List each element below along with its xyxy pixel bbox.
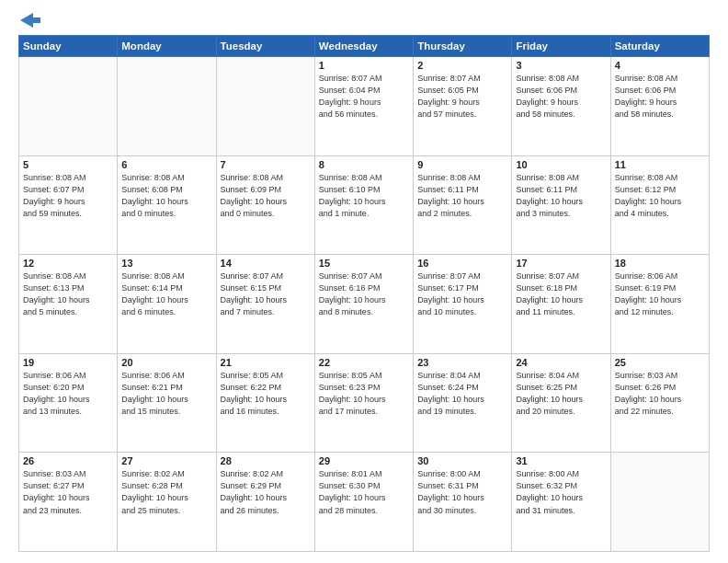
calendar-day-14: 14Sunrise: 8:07 AM Sunset: 6:15 PM Dayli… [216, 255, 314, 354]
calendar-week-row: 12Sunrise: 8:08 AM Sunset: 6:13 PM Dayli… [19, 255, 710, 354]
day-info: Sunrise: 8:02 AM Sunset: 6:29 PM Dayligh… [221, 468, 311, 516]
day-number: 14 [221, 258, 311, 269]
day-number: 28 [221, 455, 311, 466]
page: SundayMondayTuesdayWednesdayThursdayFrid… [0, 0, 728, 563]
day-number: 16 [417, 258, 507, 269]
calendar-day-29: 29Sunrise: 8:01 AM Sunset: 6:30 PM Dayli… [314, 453, 413, 552]
day-number: 5 [23, 159, 113, 170]
day-number: 19 [23, 357, 113, 368]
day-info: Sunrise: 8:08 AM Sunset: 6:09 PM Dayligh… [221, 172, 311, 220]
day-info: Sunrise: 8:07 AM Sunset: 6:05 PM Dayligh… [417, 73, 507, 121]
calendar-day-23: 23Sunrise: 8:04 AM Sunset: 6:24 PM Dayli… [414, 353, 512, 453]
day-info: Sunrise: 8:00 AM Sunset: 6:32 PM Dayligh… [516, 468, 606, 516]
day-header-sunday: Sunday [19, 36, 118, 57]
calendar-day-4: 4Sunrise: 8:08 AM Sunset: 6:06 PM Daylig… [610, 57, 709, 156]
day-info: Sunrise: 8:04 AM Sunset: 6:25 PM Dayligh… [516, 370, 606, 418]
day-number: 13 [121, 258, 211, 269]
day-info: Sunrise: 8:02 AM Sunset: 6:28 PM Dayligh… [121, 468, 211, 516]
day-info: Sunrise: 8:07 AM Sunset: 6:17 PM Dayligh… [417, 270, 507, 318]
day-header-saturday: Saturday [610, 36, 709, 57]
calendar-table: SundayMondayTuesdayWednesdayThursdayFrid… [18, 35, 710, 552]
day-info: Sunrise: 8:03 AM Sunset: 6:27 PM Dayligh… [23, 468, 113, 516]
day-header-tuesday: Tuesday [216, 36, 314, 57]
day-info: Sunrise: 8:08 AM Sunset: 6:08 PM Dayligh… [121, 172, 211, 220]
calendar-day-22: 22Sunrise: 8:05 AM Sunset: 6:23 PM Dayli… [314, 353, 413, 453]
day-info: Sunrise: 8:08 AM Sunset: 6:12 PM Dayligh… [615, 172, 705, 220]
day-info: Sunrise: 8:08 AM Sunset: 6:07 PM Dayligh… [23, 172, 113, 220]
day-info: Sunrise: 8:07 AM Sunset: 6:16 PM Dayligh… [319, 270, 409, 318]
day-info: Sunrise: 8:08 AM Sunset: 6:11 PM Dayligh… [516, 172, 606, 220]
calendar-day-24: 24Sunrise: 8:04 AM Sunset: 6:25 PM Dayli… [512, 353, 610, 453]
day-number: 25 [615, 357, 705, 368]
day-info: Sunrise: 8:08 AM Sunset: 6:06 PM Dayligh… [516, 73, 606, 121]
day-number: 30 [417, 455, 507, 466]
calendar-day-21: 21Sunrise: 8:05 AM Sunset: 6:22 PM Dayli… [216, 353, 314, 453]
day-number: 15 [319, 258, 409, 269]
day-number: 26 [23, 455, 113, 466]
day-number: 17 [516, 258, 606, 269]
logo-arrow-icon [20, 13, 40, 28]
calendar-week-row: 26Sunrise: 8:03 AM Sunset: 6:27 PM Dayli… [19, 453, 710, 552]
day-number: 23 [417, 357, 507, 368]
day-header-monday: Monday [118, 36, 216, 57]
day-number: 4 [615, 60, 705, 71]
day-number: 12 [23, 258, 113, 269]
day-number: 2 [417, 60, 507, 71]
calendar-day-7: 7Sunrise: 8:08 AM Sunset: 6:09 PM Daylig… [216, 155, 314, 255]
day-number: 11 [615, 159, 705, 170]
calendar-day-18: 18Sunrise: 8:06 AM Sunset: 6:19 PM Dayli… [610, 255, 709, 354]
day-info: Sunrise: 8:08 AM Sunset: 6:13 PM Dayligh… [23, 270, 113, 318]
calendar-day-13: 13Sunrise: 8:08 AM Sunset: 6:14 PM Dayli… [118, 255, 216, 354]
calendar-empty-cell [118, 57, 216, 156]
day-number: 18 [615, 258, 705, 269]
day-header-thursday: Thursday [414, 36, 512, 57]
day-header-friday: Friday [512, 36, 610, 57]
day-number: 6 [121, 159, 211, 170]
calendar-header-row: SundayMondayTuesdayWednesdayThursdayFrid… [19, 36, 710, 57]
day-info: Sunrise: 8:00 AM Sunset: 6:31 PM Dayligh… [417, 468, 507, 516]
calendar-day-2: 2Sunrise: 8:07 AM Sunset: 6:05 PM Daylig… [414, 57, 512, 156]
calendar-day-6: 6Sunrise: 8:08 AM Sunset: 6:08 PM Daylig… [118, 155, 216, 255]
day-info: Sunrise: 8:01 AM Sunset: 6:30 PM Dayligh… [319, 468, 409, 516]
calendar-day-19: 19Sunrise: 8:06 AM Sunset: 6:20 PM Dayli… [19, 353, 118, 453]
calendar-day-16: 16Sunrise: 8:07 AM Sunset: 6:17 PM Dayli… [414, 255, 512, 354]
calendar-empty-cell [216, 57, 314, 156]
day-number: 27 [121, 455, 211, 466]
day-info: Sunrise: 8:08 AM Sunset: 6:10 PM Dayligh… [319, 172, 409, 220]
day-info: Sunrise: 8:08 AM Sunset: 6:14 PM Dayligh… [121, 270, 211, 318]
day-number: 10 [516, 159, 606, 170]
calendar-week-row: 19Sunrise: 8:06 AM Sunset: 6:20 PM Dayli… [19, 353, 710, 453]
calendar-day-3: 3Sunrise: 8:08 AM Sunset: 6:06 PM Daylig… [512, 57, 610, 156]
calendar-day-25: 25Sunrise: 8:03 AM Sunset: 6:26 PM Dayli… [610, 353, 709, 453]
day-number: 31 [516, 455, 606, 466]
day-info: Sunrise: 8:06 AM Sunset: 6:20 PM Dayligh… [23, 370, 113, 418]
calendar-week-row: 1Sunrise: 8:07 AM Sunset: 6:04 PM Daylig… [19, 57, 710, 156]
calendar-day-10: 10Sunrise: 8:08 AM Sunset: 6:11 PM Dayli… [512, 155, 610, 255]
day-number: 22 [319, 357, 409, 368]
day-number: 21 [221, 357, 311, 368]
calendar-day-30: 30Sunrise: 8:00 AM Sunset: 6:31 PM Dayli… [414, 453, 512, 552]
calendar-day-5: 5Sunrise: 8:08 AM Sunset: 6:07 PM Daylig… [19, 155, 118, 255]
day-info: Sunrise: 8:07 AM Sunset: 6:18 PM Dayligh… [516, 270, 606, 318]
day-info: Sunrise: 8:07 AM Sunset: 6:15 PM Dayligh… [221, 270, 311, 318]
calendar-empty-cell [19, 57, 118, 156]
calendar-day-12: 12Sunrise: 8:08 AM Sunset: 6:13 PM Dayli… [19, 255, 118, 354]
day-number: 3 [516, 60, 606, 71]
calendar-week-row: 5Sunrise: 8:08 AM Sunset: 6:07 PM Daylig… [19, 155, 710, 255]
calendar-day-26: 26Sunrise: 8:03 AM Sunset: 6:27 PM Dayli… [19, 453, 118, 552]
day-number: 8 [319, 159, 409, 170]
calendar-day-15: 15Sunrise: 8:07 AM Sunset: 6:16 PM Dayli… [314, 255, 413, 354]
day-info: Sunrise: 8:08 AM Sunset: 6:11 PM Dayligh… [417, 172, 507, 220]
day-number: 7 [221, 159, 311, 170]
calendar-day-11: 11Sunrise: 8:08 AM Sunset: 6:12 PM Dayli… [610, 155, 709, 255]
day-info: Sunrise: 8:05 AM Sunset: 6:23 PM Dayligh… [319, 370, 409, 418]
calendar-day-17: 17Sunrise: 8:07 AM Sunset: 6:18 PM Dayli… [512, 255, 610, 354]
calendar-day-8: 8Sunrise: 8:08 AM Sunset: 6:10 PM Daylig… [314, 155, 413, 255]
calendar-day-27: 27Sunrise: 8:02 AM Sunset: 6:28 PM Dayli… [118, 453, 216, 552]
day-info: Sunrise: 8:05 AM Sunset: 6:22 PM Dayligh… [221, 370, 311, 418]
calendar-day-1: 1Sunrise: 8:07 AM Sunset: 6:04 PM Daylig… [314, 57, 413, 156]
svg-marker-0 [20, 13, 40, 28]
calendar-day-20: 20Sunrise: 8:06 AM Sunset: 6:21 PM Dayli… [118, 353, 216, 453]
calendar-day-28: 28Sunrise: 8:02 AM Sunset: 6:29 PM Dayli… [216, 453, 314, 552]
day-number: 1 [319, 60, 409, 71]
